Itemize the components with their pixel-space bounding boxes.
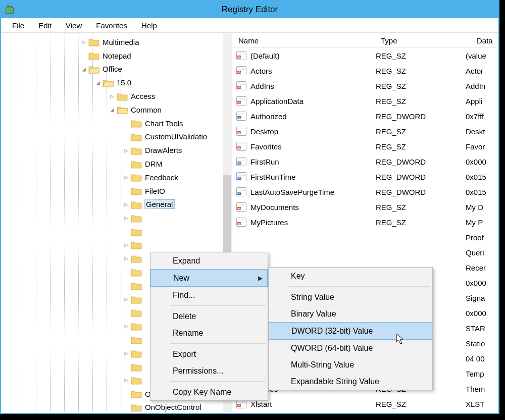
value-data: Deskt — [466, 127, 497, 136]
expand-icon[interactable]: ▷ — [109, 93, 116, 100]
menu-item[interactable]: Expandable String Value — [269, 373, 432, 390]
expand-icon[interactable]: ▷ — [123, 215, 130, 222]
menu-item[interactable]: DWORD (32-bit) Value — [269, 322, 432, 340]
expand-icon[interactable]: ▷ — [123, 255, 130, 262]
tree-item[interactable]: DRM — [2, 157, 223, 171]
tree-label[interactable]: Chart Tools — [144, 119, 184, 128]
menu-item[interactable]: Key — [269, 268, 432, 284]
menu-item[interactable]: Export — [150, 346, 268, 362]
tree-item[interactable] — [2, 225, 223, 238]
expand-icon[interactable]: ▷ — [123, 174, 130, 181]
list-row[interactable]: abApplicationDataREG_SZAppli — [232, 93, 497, 109]
expand-icon[interactable]: ▷ — [80, 38, 87, 45]
tree-item[interactable]: ▷ General — [2, 198, 223, 212]
menu-favorites[interactable]: Favorites — [89, 20, 134, 31]
menu-item[interactable]: Binary Value — [269, 305, 432, 322]
svg-text:ab: ab — [237, 207, 241, 210]
expand-icon[interactable]: ▷ — [123, 201, 130, 208]
expand-icon[interactable]: ▷ — [123, 377, 130, 384]
tree-item[interactable]: Chart Tools — [2, 117, 223, 130]
tree-item[interactable]: ◢ 15.0 — [2, 76, 223, 89]
menu-item[interactable]: Permissions... — [150, 362, 268, 379]
tree-label[interactable]: OnObjectControl — [144, 403, 203, 411]
value-name: AddIns — [250, 82, 376, 90]
svg-text:ab: ab — [237, 101, 241, 104]
list-row[interactable]: ab(Default)REG_SZ(value — [232, 48, 497, 63]
list-row[interactable]: abActorsREG_SZActor — [232, 63, 497, 78]
tree-label[interactable]: Notepad — [102, 51, 132, 60]
tree-item[interactable]: ▷ Multimedia — [2, 35, 223, 49]
collapse-icon[interactable]: ◢ — [109, 106, 116, 113]
tree-label[interactable]: General — [144, 199, 175, 209]
folder-icon — [131, 389, 142, 398]
scrollbar-thumb[interactable] — [223, 175, 231, 260]
tree-label[interactable]: Common — [130, 106, 163, 114]
list-row[interactable]: 011FirstRunREG_DWORD0x000 — [232, 154, 497, 169]
tree-item[interactable]: CustomUIValidatio — [2, 130, 223, 144]
list-row[interactable]: 011LastAutoSavePurgeTimeREG_DWORD0x015 — [232, 184, 497, 199]
expand-icon[interactable]: ▷ — [123, 241, 130, 248]
menu-file[interactable]: File — [5, 20, 31, 31]
menu-view[interactable]: View — [59, 20, 89, 31]
menu-help[interactable]: Help — [134, 20, 164, 31]
expand-icon[interactable]: ▷ — [123, 323, 130, 330]
menu-item[interactable]: Copy Key Name — [150, 384, 268, 400]
tree-item[interactable]: OnObjectControl — [2, 401, 223, 412]
menu-item[interactable]: Delete — [150, 308, 268, 325]
tree-item[interactable]: Notepad — [2, 49, 223, 63]
menu-item[interactable]: Rename — [150, 325, 268, 341]
tree-label[interactable]: FileIO — [144, 187, 166, 195]
menu-item[interactable]: Find... — [150, 287, 268, 303]
menu-item[interactable]: Multi-String Value — [269, 356, 432, 373]
tree-label[interactable]: CustomUIValidatio — [144, 132, 208, 141]
tree-item[interactable]: ◢ Office — [2, 63, 223, 76]
collapse-icon[interactable]: ◢ — [80, 66, 87, 73]
list-row[interactable]: abAddInsREG_SZAddIn — [232, 78, 497, 93]
tree-label[interactable]: Office — [102, 65, 123, 73]
tree-label[interactable]: Access — [130, 92, 156, 100]
tree-item[interactable]: ▷ — [2, 238, 223, 252]
list-row[interactable]: abXlstartREG_SZXLST — [232, 396, 497, 411]
expand-icon[interactable]: ▷ — [123, 296, 130, 303]
menu-item[interactable]: QWORD (64-bit) Value — [269, 340, 432, 356]
menu-item[interactable]: String Value — [269, 289, 432, 305]
tree-item[interactable]: ◢ Common — [2, 103, 223, 117]
column-data[interactable]: Data — [471, 36, 497, 45]
value-data: STAR — [466, 324, 497, 333]
value-type: REG_DWORD — [376, 112, 466, 121]
tree-item[interactable]: ▷ Access — [2, 89, 223, 103]
value-type: REG_SZ — [376, 127, 466, 136]
list-row[interactable]: abMyPicturesREG_SZMy P — [232, 215, 497, 230]
menu-item[interactable]: Expand — [150, 252, 268, 269]
tree-label[interactable]: Multimedia — [102, 38, 140, 46]
tree-item[interactable]: ▷ Feedback — [2, 171, 223, 184]
tree-label[interactable]: DrawAlerts — [144, 146, 183, 154]
tree-label[interactable]: Feedback — [144, 173, 179, 182]
titlebar[interactable]: Registry Editor — [1, 1, 498, 18]
tree-item[interactable]: FileIO — [2, 184, 223, 198]
value-data: 0x000 — [466, 309, 497, 318]
reg-sz-icon: ab — [236, 218, 247, 227]
list-row[interactable]: Queri — [232, 245, 497, 260]
tree-item[interactable]: ▷ — [2, 211, 223, 225]
list-row[interactable]: 011FirstRunTimeREG_DWORD0x015 — [232, 169, 497, 184]
folder-icon — [117, 105, 128, 114]
list-row[interactable]: abFavoritesREG_SZFavor — [232, 139, 497, 154]
reg-sz-icon: ab — [236, 51, 247, 60]
tree-item[interactable]: ▷ DrawAlerts — [2, 143, 223, 157]
list-row[interactable]: 011AuthorizedREG_DWORD0x7fff — [232, 109, 497, 124]
expand-icon[interactable]: ▷ — [123, 147, 130, 154]
menu-item[interactable]: New▶ — [150, 269, 268, 287]
menu-edit[interactable]: Edit — [31, 20, 59, 31]
tree-label[interactable]: 15.0 — [116, 78, 132, 87]
list-row[interactable]: abMyDocumentsREG_SZMy D — [232, 199, 497, 215]
list-row[interactable]: abDesktopREG_SZDeskt — [232, 124, 497, 139]
list-row[interactable]: Proof — [232, 230, 497, 245]
column-type[interactable]: Type — [375, 36, 471, 45]
collapse-icon[interactable]: ◢ — [94, 79, 102, 86]
column-headers[interactable]: Name Type Data — [232, 33, 497, 48]
column-name[interactable]: Name — [232, 36, 375, 45]
expand-icon[interactable]: ▷ — [123, 350, 130, 357]
svg-text:011: 011 — [237, 162, 241, 165]
tree-label[interactable]: DRM — [144, 160, 163, 168]
